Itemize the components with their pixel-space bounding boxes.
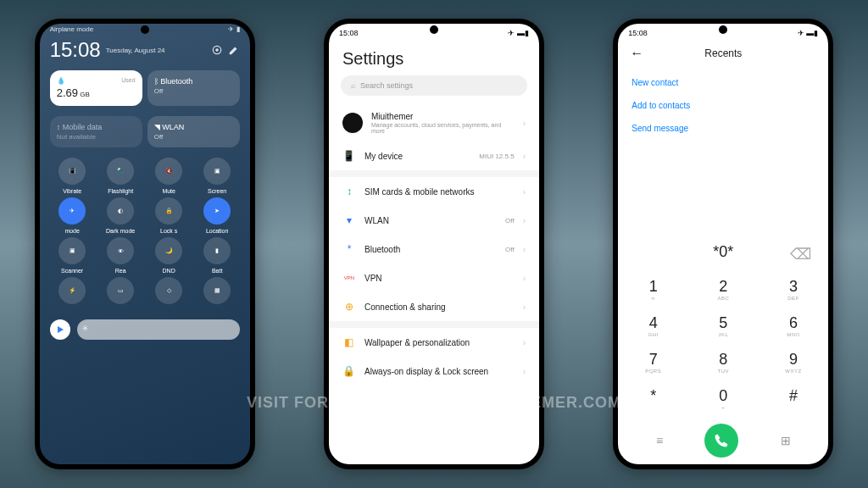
toggle-label: mode <box>64 228 80 234</box>
key-2[interactable]: 2ABC <box>688 271 759 308</box>
chevron-right-icon: › <box>523 274 526 283</box>
toggle-mode[interactable]: ✈mode <box>50 197 95 234</box>
bluetooth-tile[interactable]: ᛒ Bluetooth Off <box>147 70 240 106</box>
key-letters: MNO <box>759 332 829 337</box>
toggle-Rea[interactable]: 👁Rea <box>98 237 143 274</box>
key-letters: WXYZ <box>759 369 829 374</box>
wlan-tile[interactable]: ◥ WLAN Off <box>147 116 240 147</box>
toggle-label: Vibrate <box>63 188 81 194</box>
key-*[interactable]: * <box>618 380 688 417</box>
toggle-blank[interactable]: ▦ <box>195 277 240 308</box>
toggle-Mute[interactable]: 🔇Mute <box>147 158 192 194</box>
wlan-status: Off <box>154 133 233 141</box>
data-usage-tile[interactable]: 💧Used 2.69 GB <box>50 70 142 106</box>
phone-icon <box>714 433 729 448</box>
settings-row-my-device[interactable]: 📱My deviceMIUI 12.5.5› <box>329 141 539 170</box>
toggle-blank[interactable]: ◇ <box>147 277 192 308</box>
settings-row-vpn[interactable]: VPNVPN› <box>329 263 539 292</box>
key-number: 4 <box>618 314 688 332</box>
settings-row-wallpaper-personalization[interactable]: ◧Wallpaper & personalization› <box>329 328 539 357</box>
back-button[interactable]: ← <box>630 46 643 61</box>
chevron-right-icon: › <box>523 152 526 161</box>
menu-icon[interactable]: ≡ <box>656 434 663 447</box>
toggle-DND[interactable]: 🌙DND <box>147 237 192 274</box>
toggle-icon: ▣ <box>203 158 231 185</box>
toggle-label: Lock s <box>160 228 177 234</box>
link-new-contact[interactable]: New contact <box>632 71 815 94</box>
row-name: SIM cards & mobile networks <box>364 187 515 197</box>
brightness-slider[interactable]: ☀ <box>77 319 240 340</box>
link-add-to-contacts[interactable]: Add to contacts <box>632 94 815 117</box>
toggle-icon: ▦ <box>203 277 231 304</box>
key-7[interactable]: 7PQRS <box>618 344 688 380</box>
settings-row-always-on-display-lock-screen[interactable]: 🔒Always-on display & Lock screen› <box>329 357 539 385</box>
key-letters: PQRS <box>618 369 688 374</box>
key-8[interactable]: 8TUV <box>688 344 759 380</box>
chevron-right-icon: › <box>523 338 526 347</box>
row-icon: ▾ <box>342 214 356 227</box>
toggle-Screen[interactable]: ▣Screen <box>195 158 240 194</box>
key-6[interactable]: 6MNO <box>759 308 829 344</box>
link-send-message[interactable]: Send message <box>632 117 815 140</box>
toggle-label: Scanner <box>61 268 83 274</box>
key-letters: DEF <box>759 296 829 301</box>
backspace-button[interactable]: ⌫ <box>790 245 811 263</box>
settings-screen: 15:08✈ ▬▮ Settings ⌕Search settings Miui… <box>329 24 539 464</box>
toggle-Lock s[interactable]: 🔒Lock s <box>147 197 192 234</box>
media-play-button[interactable] <box>50 319 70 340</box>
settings-row-sim-cards-mobile-networks[interactable]: ↕SIM cards & mobile networks› <box>329 177 539 206</box>
chevron-right-icon: › <box>523 119 526 128</box>
toggle-label: Dark mode <box>106 228 135 234</box>
toggle-icon: ▣ <box>58 237 86 264</box>
toggle-Batt[interactable]: ▮Batt <box>195 237 240 274</box>
settings-row-bluetooth[interactable]: *BluetoothOff› <box>329 235 539 263</box>
key-4[interactable]: 4GHI <box>618 308 688 344</box>
key-9[interactable]: 9WXYZ <box>759 344 829 380</box>
toggle-Flashlight[interactable]: 🔦Flashlight <box>98 158 143 194</box>
settings-row-wlan[interactable]: ▾WLANOff› <box>329 206 539 235</box>
toggle-blank[interactable]: ▭ <box>98 277 143 308</box>
toggle-icon: ▭ <box>107 277 134 304</box>
toggle-icon: 🔇 <box>155 158 182 185</box>
row-name: WLAN <box>364 216 497 225</box>
call-button[interactable] <box>704 424 738 458</box>
toggle-label: Screen <box>208 188 226 194</box>
toggle-blank[interactable]: ⚡ <box>50 277 95 308</box>
chevron-right-icon: › <box>523 367 526 376</box>
search-input[interactable]: ⌕Search settings <box>341 75 527 96</box>
toggle-Scanner[interactable]: ▣Scanner <box>50 237 95 274</box>
row-value: MIUI 12.5.5 <box>479 152 514 160</box>
key-#[interactable]: # <box>759 380 829 417</box>
mobile-data-tile[interactable]: ↕ Mobile data Not available <box>50 116 142 147</box>
account-row[interactable]: MiuithemerManage accounts, cloud service… <box>329 104 539 141</box>
row-name: VPN <box>364 274 515 283</box>
search-placeholder: Search settings <box>360 81 413 90</box>
row-name: Wallpaper & personalization <box>364 338 515 347</box>
key-3[interactable]: 3DEF <box>759 271 829 308</box>
battery-icon: ✈ ▬▮ <box>508 29 529 37</box>
account-sub: Manage accounts, cloud services, payment… <box>371 122 515 134</box>
dialer-screen: 15:08✈ ▬▮ ← Recents New contactAdd to co… <box>618 24 828 464</box>
toggle-label: Mute <box>162 188 175 194</box>
data-label: Used <box>121 77 135 85</box>
clock-date: Tuesday, August 24 <box>106 47 206 54</box>
toggle-Vibrate[interactable]: 📳Vibrate <box>50 158 95 194</box>
settings-icon[interactable] <box>211 44 223 56</box>
settings-row-connection-sharing[interactable]: ⊕Connection & sharing› <box>329 292 539 321</box>
page-title: Settings <box>329 39 539 75</box>
toggle-Location[interactable]: ➤Location <box>195 197 240 234</box>
key-1[interactable]: 1∞ <box>618 271 688 308</box>
key-letters: + <box>688 405 759 410</box>
key-0[interactable]: 0+ <box>688 380 759 417</box>
edit-icon[interactable] <box>228 44 240 56</box>
toggle-icon: ⚡ <box>58 277 86 304</box>
svg-point-1 <box>215 48 219 52</box>
key-number: 5 <box>688 314 759 332</box>
toggle-Dark mode[interactable]: ◐Dark mode <box>98 197 143 234</box>
key-letters: TUV <box>688 369 759 374</box>
key-5[interactable]: 5JKL <box>688 308 759 344</box>
bt-title: Bluetooth <box>160 77 192 86</box>
status-time: 15:08 <box>628 29 648 37</box>
separator <box>329 170 539 177</box>
dialpad-icon[interactable]: ⊞ <box>781 434 791 447</box>
